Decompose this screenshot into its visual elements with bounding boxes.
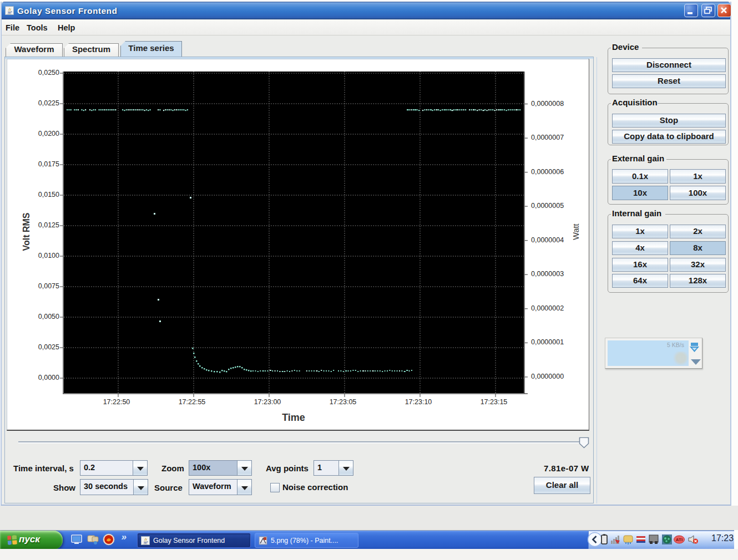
svg-text:0,0050: 0,0050	[38, 313, 59, 320]
svg-text:0,0100: 0,0100	[38, 252, 59, 259]
svg-text:Watt: Watt	[572, 223, 580, 240]
svg-text:0,0000004: 0,0000004	[531, 236, 564, 244]
svg-text:Volt RMS: Volt RMS	[22, 212, 31, 251]
svg-text:0,0000007: 0,0000007	[531, 134, 564, 141]
svg-text:0,0025: 0,0025	[38, 343, 59, 351]
svg-text:0,0000001: 0,0000001	[531, 338, 564, 346]
svg-text:17:23:15: 17:23:15	[481, 398, 508, 406]
svg-text:0,0125: 0,0125	[38, 221, 59, 229]
svg-text:17:22:50: 17:22:50	[103, 398, 130, 406]
svg-text:0,0150: 0,0150	[38, 191, 59, 198]
svg-text:17:23:00: 17:23:00	[254, 398, 281, 406]
svg-text:0,0000002: 0,0000002	[531, 304, 564, 312]
svg-text:0,0200: 0,0200	[38, 130, 59, 138]
svg-text:ATI: ATI	[676, 537, 683, 542]
svg-text:0,0175: 0,0175	[38, 160, 59, 168]
svg-text:0,0075: 0,0075	[38, 282, 59, 290]
svg-text:17:23:05: 17:23:05	[330, 398, 357, 406]
svg-text:0,0000006: 0,0000006	[531, 168, 564, 176]
svg-text:0,0000: 0,0000	[38, 374, 59, 381]
svg-text:0,0000000: 0,0000000	[531, 373, 564, 380]
svg-text:0,0225: 0,0225	[38, 99, 59, 107]
svg-text:Time: Time	[282, 412, 305, 423]
svg-text:0,0000003: 0,0000003	[531, 270, 564, 278]
svg-text:0,0250: 0,0250	[38, 69, 59, 77]
svg-text:17:23:10: 17:23:10	[405, 398, 432, 406]
svg-text:17:22:55: 17:22:55	[179, 398, 206, 406]
svg-text:0,0000005: 0,0000005	[531, 202, 564, 210]
svg-text:0,0000008: 0,0000008	[531, 100, 564, 108]
